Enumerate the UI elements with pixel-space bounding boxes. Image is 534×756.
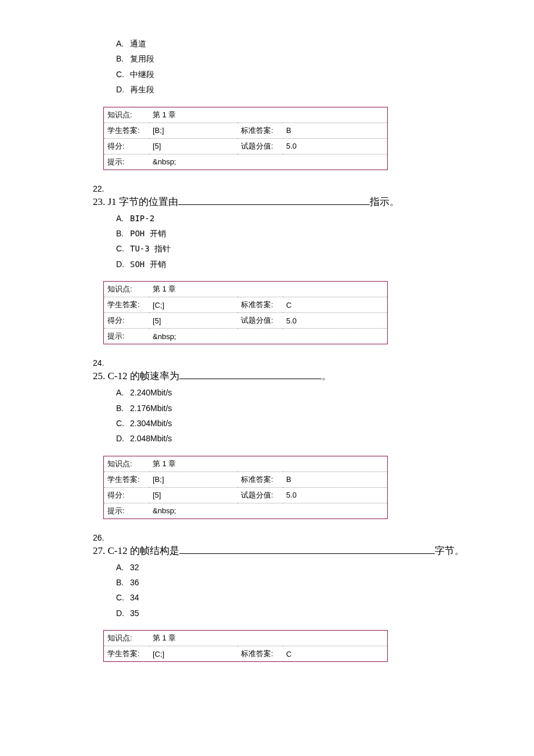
full-score-value: 5.0 (283, 487, 388, 503)
header-prefix: 27. C-12 的帧结构是 (93, 545, 179, 556)
correct-answer-label: 标准答案: (237, 646, 283, 662)
question-23-options: A.BIP-2 B.POH 开销 C.TU-3 指针 D.SOH 开销 (116, 212, 517, 271)
student-answer-value: [C;] (149, 297, 237, 313)
header-prefix: 25. C-12 的帧速率为 (93, 370, 179, 381)
option-text: 35 (130, 609, 139, 618)
option-letter: B. (116, 52, 130, 65)
option-text: BIP-2 (130, 214, 154, 223)
header-suffix: 字节。 (435, 545, 464, 556)
option: C.2.304Mbit/s (116, 417, 517, 430)
option-letter: A. (116, 386, 130, 399)
option: D.再生段 (116, 83, 517, 96)
header-prefix: 23. J1 字节的位置由 (93, 196, 178, 207)
option-text: 2.048Mbit/s (130, 434, 172, 443)
tip-label: 提示: (104, 329, 150, 344)
blank-line (178, 195, 370, 205)
student-answer-label: 学生答案: (104, 471, 150, 487)
option: C.中继段 (116, 68, 517, 81)
option-text: POH 开销 (130, 229, 166, 238)
option: C.TU-3 指针 (116, 242, 517, 255)
option-letter: B. (116, 402, 130, 415)
option-letter: B. (116, 576, 130, 589)
option-letter: C. (116, 591, 130, 604)
question-24-number: 24. (93, 358, 517, 368)
option: A.BIP-2 (116, 212, 517, 225)
question-21-info: 知识点: 第 1 章 学生答案: [B;] 标准答案: B 得分: [5] 试题… (103, 107, 388, 170)
option-letter: D. (116, 83, 130, 96)
kp-value: 第 1 章 (149, 282, 237, 297)
question-27-info: 知识点: 第 1 章 学生答案: [C;] 标准答案: C (103, 630, 388, 662)
option-text: SOH 开销 (130, 260, 166, 269)
option: A.32 (116, 561, 517, 574)
option-text: 2.176Mbit/s (130, 404, 172, 413)
score-value: [5] (149, 487, 237, 503)
option-text: 通道 (130, 39, 146, 48)
question-21-options: A.通道 B.复用段 C.中继段 D.再生段 (116, 37, 517, 96)
blank-line (179, 369, 322, 379)
correct-answer-label: 标准答案: (237, 123, 283, 138)
full-score-label: 试题分值: (237, 487, 283, 503)
score-label: 得分: (104, 138, 150, 154)
question-22-number: 22. (93, 184, 517, 193)
full-score-label: 试题分值: (237, 313, 283, 329)
full-score-value: 5.0 (283, 313, 388, 329)
option-text: 再生段 (130, 85, 154, 94)
correct-answer-label: 标准答案: (237, 297, 283, 313)
option: D.35 (116, 607, 517, 620)
option-letter: A. (116, 561, 130, 574)
option-text: 2.304Mbit/s (130, 419, 172, 428)
student-answer-label: 学生答案: (104, 123, 150, 138)
student-answer-label: 学生答案: (104, 297, 150, 313)
blank-line (179, 543, 435, 554)
question-27-header: 27. C-12 的帧结构是字节。 (93, 543, 517, 557)
full-score-value: 5.0 (283, 138, 388, 154)
tip-label: 提示: (104, 503, 150, 519)
question-23-info: 知识点: 第 1 章 学生答案: [C;] 标准答案: C 得分: [5] 试题… (103, 281, 388, 344)
student-answer-label: 学生答案: (104, 646, 150, 662)
option-text: 2.240Mbit/s (130, 388, 172, 397)
question-25-options: A.2.240Mbit/s B.2.176Mbit/s C.2.304Mbit/… (116, 386, 517, 445)
option: B.36 (116, 576, 517, 589)
score-label: 得分: (104, 487, 150, 503)
question-23-header: 23. J1 字节的位置由指示。 (93, 195, 517, 208)
correct-answer-value: B (283, 123, 388, 138)
option-text: 复用段 (130, 54, 154, 63)
correct-answer-value: C (283, 297, 388, 313)
kp-label: 知识点: (104, 282, 150, 297)
kp-value: 第 1 章 (149, 107, 237, 123)
correct-answer-value: B (283, 471, 388, 487)
option-text: 32 (130, 563, 139, 572)
question-25-info: 知识点: 第 1 章 学生答案: [B;] 标准答案: B 得分: [5] 试题… (103, 456, 388, 519)
kp-value: 第 1 章 (149, 456, 237, 471)
option-text: 34 (130, 593, 139, 602)
option: D.2.048Mbit/s (116, 432, 517, 445)
score-value: [5] (149, 313, 237, 329)
correct-answer-value: C (283, 646, 388, 662)
kp-label: 知识点: (104, 631, 150, 646)
correct-answer-label: 标准答案: (237, 471, 283, 487)
question-26-number: 26. (93, 533, 517, 542)
full-score-label: 试题分值: (237, 138, 283, 154)
question-25-header: 25. C-12 的帧速率为。 (93, 369, 517, 383)
option: A.2.240Mbit/s (116, 386, 517, 399)
option-text: TU-3 指针 (130, 244, 171, 253)
option: B.复用段 (116, 52, 517, 65)
option-letter: D. (116, 432, 130, 445)
question-27-options: A.32 B.36 C.34 D.35 (116, 561, 517, 620)
header-suffix: 。 (322, 370, 331, 381)
tip-label: 提示: (104, 154, 150, 170)
student-answer-value: [C;] (149, 646, 237, 662)
option-text: 36 (130, 578, 139, 587)
option: C.34 (116, 591, 517, 604)
option-letter: C. (116, 68, 130, 81)
tip-value: &nbsp; (149, 154, 388, 170)
kp-value: 第 1 章 (149, 631, 237, 646)
option: B.2.176Mbit/s (116, 402, 517, 415)
score-label: 得分: (104, 313, 150, 329)
option-letter: C. (116, 242, 130, 255)
student-answer-value: [B;] (149, 123, 237, 138)
option-text: 中继段 (130, 70, 154, 79)
kp-label: 知识点: (104, 456, 150, 471)
option: D.SOH 开销 (116, 258, 517, 271)
student-answer-value: [B;] (149, 471, 237, 487)
